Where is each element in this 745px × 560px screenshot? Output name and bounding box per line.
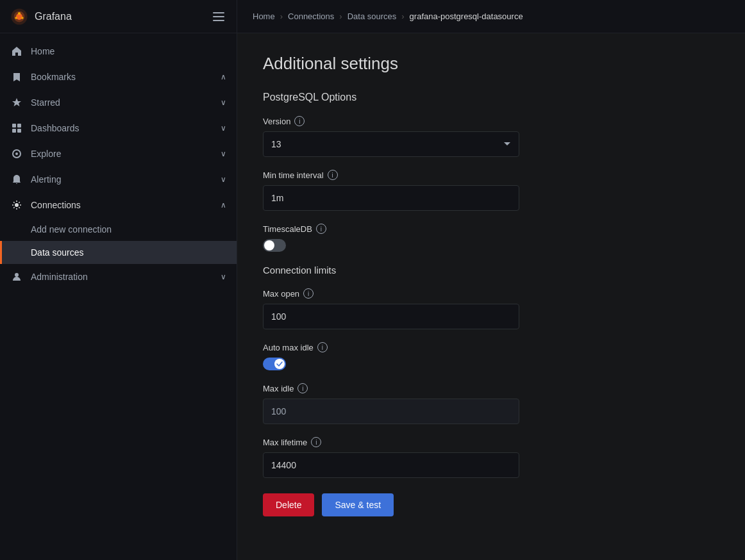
sidebar: Grafana Home Bookmarks ∧ xyxy=(0,0,237,560)
bookmarks-icon xyxy=(10,70,23,83)
max-lifetime-form-group: Max lifetime i xyxy=(263,437,719,478)
auto-max-idle-toggle[interactable] xyxy=(263,358,719,370)
sidebar-item-starred-label: Starred xyxy=(31,97,213,108)
sidebar-item-bookmarks[interactable]: Bookmarks ∧ xyxy=(0,64,237,90)
sidebar-item-explore[interactable]: Explore ∨ xyxy=(0,141,237,167)
breadcrumb-sep-3: › xyxy=(401,12,404,21)
dashboards-chevron-icon: ∨ xyxy=(221,124,226,133)
main-content: Home › Connections › Data sources › graf… xyxy=(237,0,745,560)
connections-icon xyxy=(10,199,23,211)
auto-max-idle-toggle-switch[interactable] xyxy=(263,358,286,370)
timescaledb-toggle-knob xyxy=(264,240,274,251)
svg-rect-6 xyxy=(213,12,224,13)
svg-point-16 xyxy=(15,273,19,277)
breadcrumb-sep-1: › xyxy=(280,12,283,21)
auto-max-idle-label: Auto max idle i xyxy=(263,342,719,352)
explore-icon xyxy=(10,147,23,160)
svg-point-15 xyxy=(15,203,19,207)
alerting-icon xyxy=(10,173,23,186)
sidebar-item-administration[interactable]: Administration ∨ xyxy=(0,264,237,290)
sidebar-item-dashboards[interactable]: Dashboards ∨ xyxy=(0,115,237,141)
connections-chevron-icon: ∧ xyxy=(221,201,226,210)
add-new-connection-label: Add new connection xyxy=(31,224,112,235)
data-sources-label: Data sources xyxy=(31,247,83,258)
sidebar-item-bookmarks-label: Bookmarks xyxy=(31,72,213,82)
max-idle-input[interactable] xyxy=(263,399,519,424)
page-title: Additional settings xyxy=(263,54,719,74)
svg-rect-11 xyxy=(12,129,16,133)
connection-limits-title: Connection limits xyxy=(263,265,719,276)
max-idle-label: Max idle i xyxy=(263,383,719,393)
max-open-label: Max open i xyxy=(263,288,719,299)
max-open-info-icon[interactable]: i xyxy=(303,288,314,299)
min-time-interval-label: Min time interval i xyxy=(263,170,719,180)
content-area: Additional settings PostgreSQL Options V… xyxy=(237,33,745,560)
sidebar-item-explore-label: Explore xyxy=(31,149,213,159)
timescaledb-form-group: TimescaleDB i xyxy=(263,224,719,252)
min-time-interval-info-icon[interactable]: i xyxy=(328,170,338,180)
save-test-button[interactable]: Save & test xyxy=(322,493,394,516)
administration-icon xyxy=(10,270,23,283)
sidebar-item-add-new-connection[interactable]: Add new connection xyxy=(0,218,237,241)
breadcrumb-home[interactable]: Home xyxy=(253,12,275,21)
svg-point-3 xyxy=(18,12,21,15)
svg-rect-8 xyxy=(213,20,224,21)
sidebar-toggle-button[interactable] xyxy=(211,9,226,24)
max-lifetime-input[interactable] xyxy=(263,452,519,478)
svg-rect-9 xyxy=(12,124,16,128)
version-info-icon[interactable]: i xyxy=(294,116,305,126)
timescaledb-toggle-switch[interactable] xyxy=(263,239,286,252)
sidebar-item-data-sources[interactable]: Data sources xyxy=(0,241,237,264)
breadcrumb-current: grafana-postgresql-datasource xyxy=(410,12,523,21)
timescaledb-label: TimescaleDB i xyxy=(263,224,719,234)
max-lifetime-info-icon[interactable]: i xyxy=(311,437,321,447)
sidebar-item-starred[interactable]: Starred ∨ xyxy=(0,90,237,115)
sidebar-header: Grafana xyxy=(0,0,237,33)
svg-rect-7 xyxy=(213,16,224,17)
sidebar-item-administration-label: Administration xyxy=(31,272,213,282)
max-open-input[interactable] xyxy=(263,304,519,329)
timescaledb-toggle[interactable] xyxy=(263,239,719,252)
bookmarks-chevron-icon: ∧ xyxy=(221,72,226,81)
button-row: Delete Save & test xyxy=(263,493,719,516)
auto-max-idle-form-group: Auto max idle i xyxy=(263,342,719,370)
dashboards-icon xyxy=(10,122,23,135)
sidebar-item-connections[interactable]: Connections ∧ xyxy=(0,192,237,218)
grafana-logo-icon xyxy=(10,8,28,26)
home-icon xyxy=(10,45,23,58)
min-time-interval-input[interactable] xyxy=(263,185,519,211)
max-lifetime-label: Max lifetime i xyxy=(263,437,719,447)
svg-point-5 xyxy=(15,17,17,19)
min-time-interval-form-group: Min time interval i xyxy=(263,170,719,211)
version-form-group: Version i 9 10 11 12 13 14 xyxy=(263,116,719,157)
breadcrumb-data-sources[interactable]: Data sources xyxy=(347,12,397,21)
sidebar-item-alerting[interactable]: Alerting ∨ xyxy=(0,167,237,192)
timescaledb-info-icon[interactable]: i xyxy=(316,224,326,234)
explore-chevron-icon: ∨ xyxy=(221,149,226,158)
breadcrumb-sep-2: › xyxy=(339,12,342,21)
sidebar-item-home-label: Home xyxy=(31,46,226,56)
max-idle-form-group: Max idle i xyxy=(263,383,719,424)
sidebar-item-connections-label: Connections xyxy=(31,200,213,210)
svg-point-14 xyxy=(15,152,18,155)
sidebar-nav: Home Bookmarks ∧ Starred ∨ Dashboards ∨ xyxy=(0,33,237,560)
alerting-chevron-icon: ∨ xyxy=(221,175,226,184)
breadcrumb-connections[interactable]: Connections xyxy=(288,12,334,21)
auto-max-idle-info-icon[interactable]: i xyxy=(317,342,328,352)
max-idle-info-icon[interactable]: i xyxy=(297,383,308,393)
sidebar-item-dashboards-label: Dashboards xyxy=(31,123,213,133)
starred-chevron-icon: ∨ xyxy=(221,98,226,107)
administration-chevron-icon: ∨ xyxy=(221,272,226,281)
delete-button[interactable]: Delete xyxy=(263,493,314,516)
svg-rect-10 xyxy=(17,124,21,128)
breadcrumb: Home › Connections › Data sources › graf… xyxy=(237,0,745,33)
postgresql-section-title: PostgreSQL Options xyxy=(263,92,719,103)
version-select[interactable]: 9 10 11 12 13 14 xyxy=(263,131,519,157)
app-title: Grafana xyxy=(35,11,205,22)
sidebar-item-home[interactable]: Home xyxy=(0,38,237,64)
max-open-form-group: Max open i xyxy=(263,288,719,329)
sidebar-item-alerting-label: Alerting xyxy=(31,174,213,185)
auto-max-idle-toggle-knob xyxy=(274,359,285,369)
starred-icon xyxy=(10,96,23,109)
svg-point-4 xyxy=(21,17,24,19)
